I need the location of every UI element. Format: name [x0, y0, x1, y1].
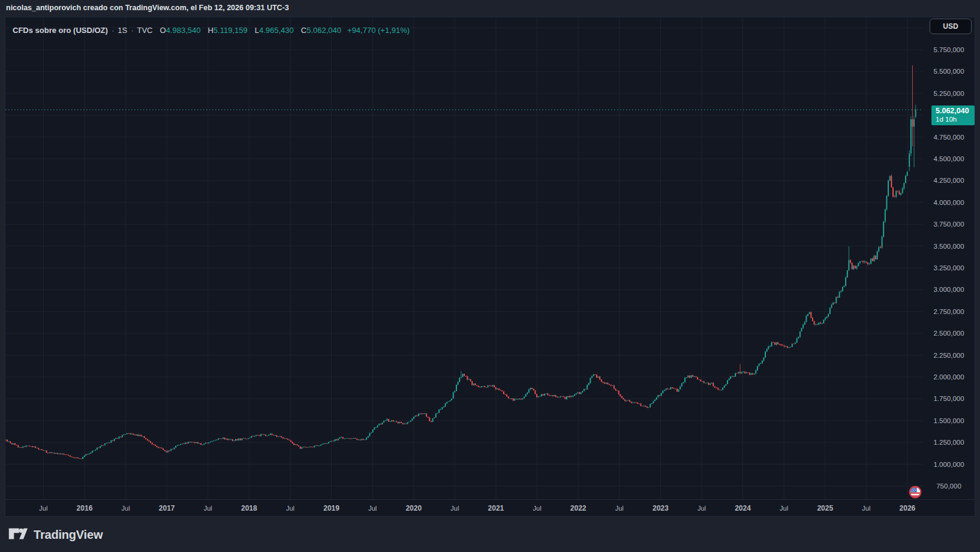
price-tick-label: 4.250,000: [923, 177, 975, 184]
time-tick-label: 2026: [900, 500, 916, 517]
price-tick-label: 3.750,000: [923, 221, 975, 228]
price-tick-label: 3.500,000: [923, 243, 975, 250]
price-tick-label: 4.500,000: [923, 155, 975, 162]
time-tick-label: Jul: [615, 500, 624, 517]
current-price-value: 5.062,040: [936, 107, 975, 116]
time-tick-label: 2020: [405, 500, 422, 517]
time-tick-label: 2024: [735, 500, 751, 517]
symbol-legend: CFDs sobre oro (USD/OZ) · 1S · TVC O4.98…: [13, 24, 410, 36]
footer-bar: TradingView: [0, 517, 980, 552]
ohlc-low: L4.965,430: [255, 26, 294, 35]
change-label: +94,770 (+1,91%): [347, 26, 410, 35]
current-price-label: 5.062,040 1d 10h: [931, 105, 975, 125]
time-tick-label: Jul: [450, 500, 459, 517]
time-tick-label: 2023: [653, 500, 669, 517]
price-tick-label: 5.500,000: [923, 68, 975, 75]
currency-button[interactable]: USD: [930, 19, 972, 34]
ohlc-high: H5.119,159: [208, 26, 247, 35]
tradingview-logo[interactable]: TradingView: [8, 526, 103, 544]
chart-widget: CFDs sobre oro (USD/OZ) · 1S · TVC O4.98…: [5, 17, 975, 517]
time-tick-label: Jul: [862, 500, 870, 517]
us-flag-icon: [909, 485, 922, 499]
time-tick-label: Jul: [286, 500, 294, 517]
legend-separator: ·: [131, 26, 133, 35]
tradingview-logo-text: TradingView: [34, 528, 103, 542]
time-tick-label: Jul: [204, 500, 212, 517]
time-tick-label: Jul: [39, 500, 47, 517]
time-tick-label: 2018: [241, 500, 257, 517]
price-tick-label: 4.750,000: [923, 134, 975, 141]
exchange-label[interactable]: TVC: [137, 26, 153, 35]
time-tick-label: Jul: [122, 500, 130, 517]
time-tick-label: Jul: [533, 500, 542, 517]
attribution-text: nicolas_antiporovich creado con TradingV…: [6, 0, 289, 16]
price-tick-label: 1.250,000: [923, 439, 975, 446]
price-tick-label: 1.000,000: [923, 461, 975, 468]
price-tick-label: 5.250,000: [923, 90, 975, 97]
time-tick-label: 2017: [159, 500, 175, 517]
price-tick-label: 3.000,000: [923, 286, 975, 293]
time-tick-label: 2021: [488, 500, 504, 517]
bar-countdown: 1d 10h: [936, 116, 975, 123]
price-tick-label: 2.500,000: [923, 330, 975, 337]
price-tick-label: 1.750,000: [923, 395, 975, 402]
ohlc-open: O4.983,540: [160, 26, 201, 35]
price-tick-label: 1.500,000: [923, 417, 975, 424]
time-tick-label: Jul: [368, 500, 377, 517]
attribution-bar: nicolas_antiporovich creado con TradingV…: [0, 0, 980, 17]
tradingview-logo-icon: [8, 526, 28, 544]
time-tick-label: Jul: [780, 500, 788, 517]
price-tick-label: 2.000,000: [923, 373, 975, 381]
interval-label[interactable]: 1S: [118, 26, 127, 35]
price-tick-label: 4.000,000: [923, 199, 975, 206]
time-tick-label: 2025: [817, 500, 833, 517]
price-tick-label: 2.250,000: [923, 352, 975, 359]
candlestick-plot[interactable]: [5, 17, 923, 499]
price-scale[interactable]: USD 5.750,0005.500,0005.250,0005.000,000…: [923, 17, 975, 499]
time-tick-label: 2019: [323, 500, 339, 517]
time-tick-label: 2016: [77, 500, 93, 517]
price-tick-label: 3.250,000: [923, 264, 975, 272]
legend-separator: ·: [112, 26, 114, 35]
time-tick-label: Jul: [698, 500, 706, 517]
time-scale[interactable]: Jul2016Jul2017Jul2018Jul2019Jul2020Jul20…: [5, 499, 975, 517]
price-tick-label: 2.750,000: [923, 308, 975, 315]
price-tick-label: 5.750,000: [923, 46, 975, 53]
ohlc-close: C5.062,040: [301, 26, 341, 35]
symbol-title[interactable]: CFDs sobre oro (USD/OZ): [13, 26, 108, 35]
price-tick-label: 750,000: [923, 482, 975, 490]
time-tick-label: 2022: [570, 500, 587, 517]
tradingview-snapshot-page: nicolas_antiporovich creado con TradingV…: [0, 0, 980, 552]
